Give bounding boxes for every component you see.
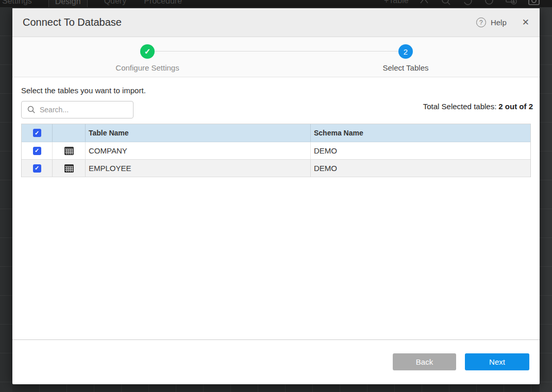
table-row[interactable]: ✓ COMPANY DEMO xyxy=(22,142,530,160)
undo-icon xyxy=(462,0,473,6)
table-name-cell: COMPANY xyxy=(86,142,311,159)
help-icon[interactable]: ? xyxy=(476,18,486,27)
step-1-completed-icon: ✓ xyxy=(140,44,155,59)
instruction-text: Select the tables you want to import. xyxy=(21,86,146,95)
search-box[interactable] xyxy=(21,101,133,118)
stepper: ✓ 2 Configure Settings Select Tables xyxy=(12,37,540,77)
next-button[interactable]: Next xyxy=(465,353,529,370)
step-2-indicator: 2 xyxy=(398,44,413,59)
connect-to-database-dialog: Connect To Database ? Help ✕ ✓ 2 Configu… xyxy=(12,8,540,384)
redo-icon xyxy=(483,0,495,6)
chevron-up-icon xyxy=(419,0,430,6)
tab-design: Design xyxy=(48,0,88,7)
dialog-title: Connect To Database xyxy=(23,16,122,28)
background-topbar: Settings Design Query Procedure +Table xyxy=(0,0,552,7)
total-selected-value: 2 out of 2 xyxy=(498,102,533,111)
icon-column-header xyxy=(53,124,86,142)
tab-settings: Settings xyxy=(1,0,33,7)
tables-list: ✓ Table Name Schema Name ✓ COMPANY DEMO … xyxy=(21,124,531,177)
schema-name-column-header: Schema Name xyxy=(311,124,530,142)
background-left-panel xyxy=(0,7,12,392)
background-right-panel xyxy=(540,7,552,392)
table-icon xyxy=(64,147,74,155)
row-checkbox[interactable]: ✓ xyxy=(33,147,41,155)
step-2-label: Select Tables xyxy=(383,63,429,72)
step-1-label: Configure Settings xyxy=(115,63,179,72)
table-row[interactable]: ✓ EMPLOYEE DEMO xyxy=(22,160,530,177)
export-icon xyxy=(505,0,517,6)
table-icon xyxy=(64,164,74,173)
stepper-connector xyxy=(147,51,406,52)
total-selected-summary: Total Selected tables:2 out of 2 xyxy=(423,102,533,111)
background-tabs: Settings Design Query Procedure xyxy=(1,0,183,7)
camera-icon xyxy=(528,0,540,6)
footer-divider xyxy=(12,339,540,340)
table-name-cell: EMPLOYEE xyxy=(86,160,311,177)
table-header-row: ✓ Table Name Schema Name xyxy=(22,124,530,142)
back-button[interactable]: Back xyxy=(393,353,456,370)
table-name-column-header: Table Name xyxy=(86,124,311,142)
add-table-button: +Table xyxy=(384,0,409,5)
total-selected-label: Total Selected tables: xyxy=(423,102,497,111)
select-all-checkbox[interactable]: ✓ xyxy=(33,129,41,137)
search-icon xyxy=(27,106,36,114)
background-canvas xyxy=(12,384,540,392)
schema-name-cell: DEMO xyxy=(311,160,530,177)
help-button[interactable]: Help xyxy=(491,18,507,27)
tab-query: Query xyxy=(103,0,128,7)
row-checkbox[interactable]: ✓ xyxy=(33,164,41,173)
close-icon[interactable]: ✕ xyxy=(522,18,529,27)
dialog-header: Connect To Database ? Help ✕ xyxy=(12,8,540,37)
tab-procedure: Procedure xyxy=(143,0,183,7)
search-input[interactable] xyxy=(40,106,122,114)
search-icon xyxy=(440,0,451,6)
schema-name-cell: DEMO xyxy=(311,142,530,159)
